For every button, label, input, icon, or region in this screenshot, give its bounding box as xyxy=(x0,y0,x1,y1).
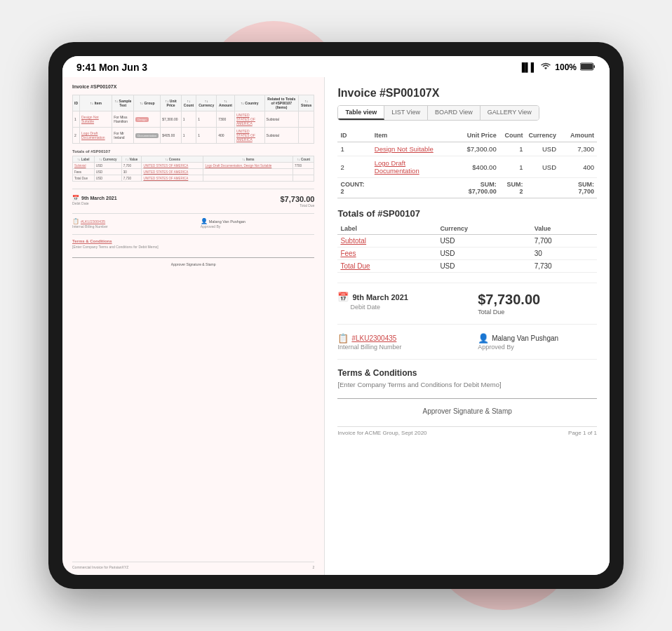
tot-subtotal-count: 7700 xyxy=(293,163,314,169)
row2-related: Subtotal xyxy=(264,128,298,144)
left-terms: Terms & Conditions [Enter Company Terms … xyxy=(72,234,314,249)
right-tot-totaldue-currency: USD xyxy=(437,260,531,273)
tot-fees-currency: USD xyxy=(94,169,121,175)
right-tot-totaldue-label[interactable]: Total Due xyxy=(337,260,437,273)
right-th-id: ID xyxy=(337,129,371,142)
right-row1-count: 1 xyxy=(499,142,526,156)
left-th-count: ↑↓ Count xyxy=(181,95,196,111)
signal-icon: ▐▌▌ xyxy=(519,62,537,72)
svg-rect-1 xyxy=(581,64,593,69)
left-th-amount: ↑↓ Amount xyxy=(217,95,235,111)
right-footer: Invoice for ACME Group, Sept 2020 Page 1… xyxy=(337,426,597,436)
left-footer: Commercial Invoice for ParisianXYZ 2 xyxy=(72,562,314,569)
right-total-due-label: Total Due xyxy=(478,308,597,316)
row1-count: 1 xyxy=(181,111,196,128)
tot-fees-covens: UNITED STATES OF AMERICA xyxy=(142,169,203,175)
svg-rect-2 xyxy=(593,65,595,68)
right-row1-price: $7,300.00 xyxy=(450,142,499,156)
right-approved-by: Malang Van Pushgan xyxy=(492,334,558,342)
left-signature-text: Approver Signature & Stamp xyxy=(72,262,314,266)
table-row: Total Due USD 7,730 xyxy=(337,260,597,273)
table-row: Total Due USD 7,730 UNITED STATES OF AME… xyxy=(73,175,314,182)
right-debit-date-label: Debit Date xyxy=(350,304,457,311)
right-totals-table: Label Currency Value Subtotal USD 7,700 xyxy=(337,223,597,273)
row2-id: 2 xyxy=(73,128,80,144)
billing-icon-right: 📋 xyxy=(337,333,349,344)
right-terms: Terms & Conditions [Enter Company Terms … xyxy=(337,368,597,388)
table-row: Fees USD 30 UNITED STATES OF AMERICA xyxy=(73,169,314,175)
right-row1-item[interactable]: Design Not Suitable xyxy=(372,142,450,156)
tab-list-view[interactable]: LIST View xyxy=(384,106,428,120)
right-row2-item[interactable]: Logo Draft Documentation xyxy=(372,156,450,178)
right-invoice-table: ID Item Unit Price Count Currency Amount… xyxy=(337,129,597,198)
left-th-id: ID xyxy=(73,95,80,111)
left-approved-by: Malang Van Pushgan xyxy=(209,219,246,224)
row1-group: Design xyxy=(134,111,161,128)
left-debit-date: 📅 9th March 2021 Debit Date xyxy=(72,195,187,208)
battery-icon xyxy=(580,62,596,73)
right-totals-title: Totals of #SP00107 xyxy=(337,208,597,219)
right-billing-number[interactable]: #LKU2300435 xyxy=(351,334,396,342)
left-billing-row: 📋 #LKU2300435 Internal Billing Number 👤 … xyxy=(72,213,314,229)
table-row: 2 Logo Draft Documentation For Mr Irelan… xyxy=(73,128,314,144)
right-footer-left: Invoice for ACME Group, Sept 2020 xyxy=(337,430,426,436)
right-approved-label: Approved By xyxy=(478,344,597,351)
tot-subtotal-label: Subtotal xyxy=(73,163,95,169)
tot-subtotal-items: Logo Draft Documentation, Design Not Sui… xyxy=(203,163,293,169)
right-tot-subtotal-currency: USD xyxy=(437,235,531,247)
table-row: 1 Design Not Suitable $7,300.00 1 USD 7,… xyxy=(337,142,597,156)
status-bar: 9:41 Mon Jun 3 ▐▌▌ 100% xyxy=(62,56,610,77)
billing-icon-left: 📋 xyxy=(72,218,79,224)
right-row1-amount: 7,300 xyxy=(559,142,597,156)
count-label: COUNT: 2 xyxy=(337,178,371,198)
left-totals-section: Totals of #SP00107 ↑↓ Label ↑↓ Currency … xyxy=(72,149,314,182)
right-debit-date-value: 9th March 2021 xyxy=(352,293,408,301)
left-panel: Invoice #SP00107X ID ↑↓ Item ↑↓ Sample T… xyxy=(62,77,325,575)
right-row1-id: 1 xyxy=(337,142,371,156)
left-approved-label: Approved By xyxy=(201,224,315,229)
right-signature: Approver Signature & Stamp xyxy=(337,398,597,415)
count-item-empty xyxy=(372,178,450,198)
right-row2-id: 2 xyxy=(337,156,371,178)
right-debit-section: 📅 9th March 2021 Debit Date $7,730.00 To… xyxy=(337,283,597,325)
row2-sample: For Mr Ireland xyxy=(112,128,134,144)
tot-subtotal-value: 7,700 xyxy=(121,163,142,169)
row2-amount: 400 xyxy=(217,128,235,144)
tab-board-view[interactable]: BOARD View xyxy=(428,106,481,120)
right-terms-title: Terms & Conditions xyxy=(337,368,597,378)
right-tot-subtotal-label[interactable]: Subtotal xyxy=(337,235,437,247)
right-debit-date: 📅 9th March 2021 Debit Date xyxy=(337,292,457,311)
row1-amount: 7300 xyxy=(217,111,235,128)
tab-gallery-view[interactable]: GALLERY View xyxy=(481,106,539,120)
left-terms-title: Terms & Conditions xyxy=(72,239,314,243)
right-th-currency: Currency xyxy=(526,129,560,142)
right-th-amount: Amount xyxy=(559,129,597,142)
right-billing-number-item: 📋 #LKU2300435 Internal Billing Number xyxy=(337,333,457,351)
tot-subtotal-currency: USD xyxy=(94,163,121,169)
right-terms-body: [Enter Company Terms and Conditions for … xyxy=(337,381,597,388)
left-debit-amount: $7,730.00 Total Due xyxy=(201,195,315,208)
right-th-price: Unit Price xyxy=(450,129,499,142)
tot-th-covens: ↑↓ Covens xyxy=(142,156,203,163)
count-currency-empty xyxy=(526,178,560,198)
table-row: Fees USD 30 xyxy=(337,247,597,260)
right-th-count: Count xyxy=(499,129,526,142)
tot-th-value: ↑↓ Value xyxy=(121,156,142,163)
right-tot-th-value: Value xyxy=(532,223,597,235)
left-footer-left: Commercial Invoice for ParisianXYZ xyxy=(72,565,128,569)
row1-related: Subtotal xyxy=(264,111,298,128)
ipad-screen: 9:41 Mon Jun 3 ▐▌▌ 100% Invoice #SP00107… xyxy=(62,56,610,575)
row1-sample: For Miss Hamilton xyxy=(112,111,134,128)
table-row: Subtotal USD 7,700 xyxy=(337,235,597,247)
right-th-item: Item xyxy=(372,129,450,142)
right-panel: Invoice #SP00107X Table view LIST View B… xyxy=(325,77,610,575)
left-terms-body: [Enter Company Terms and Conditions for … xyxy=(72,245,314,249)
count-sum-price: SUM: $7,700.00 xyxy=(450,178,499,198)
right-tot-fees-label[interactable]: Fees xyxy=(337,247,437,260)
left-th-country: ↑↓ Country xyxy=(234,95,264,111)
battery-percentage: 100% xyxy=(555,62,577,72)
tab-table-view[interactable]: Table view xyxy=(338,106,384,120)
count-sum-count: SUM: 2 xyxy=(499,178,526,198)
tot-th-currency: ↑↓ Currency xyxy=(94,156,121,163)
calendar-icon-left: 📅 xyxy=(72,195,79,201)
